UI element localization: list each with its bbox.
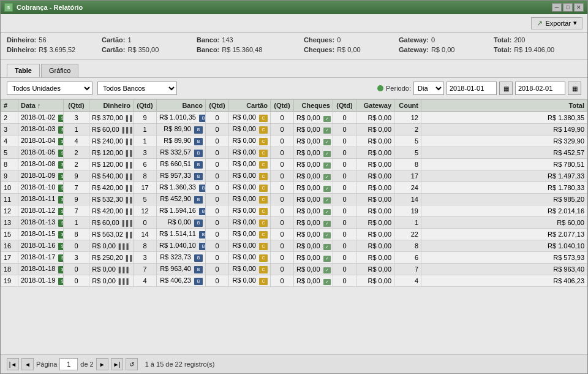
- table-row[interactable]: 16 2018-01-16 $ 0 R$ 0,00 ▌▌▌ 8 R$ 1.040…: [1, 240, 587, 252]
- data-table-header: # Data ↑ (Qtd) Dinheiro (Qtd) Banco (Qtd…: [1, 99, 587, 112]
- table-row[interactable]: 15 2018-01-15 $ 8 R$ 563,02 ▌▌▌ 14 R$ 1.…: [1, 229, 587, 240]
- cell-cartao: R$ 0,00 C: [229, 194, 271, 205]
- cell-gateway: R$ 0,00: [356, 124, 394, 135]
- table-scroll-area[interactable]: 2 2018-01-02 $ 3 R$ 370,00 ▌▌▌ 9 R$ 1.01…: [1, 112, 587, 354]
- date-to-calendar-button[interactable]: ▦: [568, 82, 581, 95]
- cell-qtd-d: 2: [64, 147, 89, 159]
- cell-cheques: R$ 0,00 ✓: [294, 275, 333, 287]
- cell-id: 9: [1, 170, 18, 182]
- cell-qtd-b: 5: [134, 194, 157, 205]
- tab-table[interactable]: Table: [7, 64, 40, 77]
- date-from-input[interactable]: [447, 82, 497, 95]
- cell-qtd-d: 8: [64, 229, 89, 240]
- cell-qtd-gw: 0: [333, 124, 356, 135]
- cell-date: 2018-01-09 $: [18, 170, 64, 182]
- cell-date: 2018-01-05 $: [18, 147, 64, 159]
- col-gateway[interactable]: Gateway: [356, 100, 394, 112]
- cell-qtd-gw: 0: [333, 205, 356, 217]
- cell-qtd-b: 8: [134, 170, 157, 182]
- table-row[interactable]: 17 2018-01-17 $ 3 R$ 250,20 ▌▌▌ 3 R$ 323…: [1, 252, 587, 264]
- bar-icon: ▌▌▌: [126, 162, 134, 168]
- col-cheques[interactable]: Cheques: [294, 100, 333, 112]
- col-count[interactable]: Count: [394, 100, 421, 112]
- next-page-button[interactable]: ►: [96, 358, 108, 370]
- period-label: Periodo:: [386, 85, 411, 92]
- export-icon: ↗: [537, 19, 543, 28]
- first-page-button[interactable]: |◄: [7, 358, 19, 370]
- cell-cheques: R$ 0,00 ✓: [294, 135, 333, 147]
- cell-qtd-ch: 0: [271, 112, 294, 124]
- bar-icon: ▌▌▌: [126, 150, 134, 156]
- table-row[interactable]: 13 2018-01-13 $ 1 R$ 60,00 ▌▌▌ 0 R$ 0,00…: [1, 217, 587, 229]
- cell-qtd-b: 12: [134, 205, 157, 217]
- cell-total: R$ 406,23: [421, 275, 587, 287]
- cartao-amount-item: Cartão: R$ 350,00: [102, 46, 197, 53]
- col-banco[interactable]: Banco: [157, 100, 206, 112]
- check-icon: ✓: [323, 256, 331, 262]
- col-data[interactable]: Data ↑: [18, 100, 64, 112]
- cell-cheques: R$ 0,00 ✓: [294, 159, 333, 170]
- period-type-select[interactable]: Dia Semana Mês Ano: [413, 82, 444, 95]
- table-row[interactable]: 4 2018-01-04 $ 4 R$ 240,00 ▌▌▌ 1 R$ 89,9…: [1, 135, 587, 147]
- cartao-count-item: Cartão: 1: [102, 36, 197, 44]
- table-row[interactable]: 9 2018-01-09 $ 9 R$ 540,00 ▌▌▌ 8 R$ 957,…: [1, 170, 587, 182]
- table-row[interactable]: 11 2018-01-11 $ 9 R$ 532,30 ▌▌▌ 5 R$ 452…: [1, 194, 587, 205]
- table-row[interactable]: 19 2018-01-19 $ 0 R$ 0,00 ▌▌▌ 4 R$ 406,2…: [1, 275, 587, 287]
- maximize-button[interactable]: □: [563, 3, 573, 12]
- export-button[interactable]: ↗ Exportar ▾: [531, 17, 582, 29]
- card-icon: C: [259, 161, 268, 169]
- page-number-input[interactable]: [59, 358, 78, 370]
- table-row[interactable]: 8 2018-01-08 $ 2 R$ 120,00 ▌▌▌ 6 R$ 660,…: [1, 159, 587, 170]
- col-cartao[interactable]: Cartão: [229, 100, 271, 112]
- money-icon: $: [58, 196, 63, 204]
- col-total[interactable]: Total: [421, 100, 587, 112]
- cell-qtd-d: 3: [64, 252, 89, 264]
- table-row[interactable]: 3 2018-01-03 $ 1 R$ 60,00 ▌▌▌ 1 R$ 89,90…: [1, 124, 587, 135]
- toolbar: ↗ Exportar ▾: [1, 14, 587, 32]
- cell-count: 6: [394, 252, 421, 264]
- last-page-button[interactable]: ►|: [111, 358, 123, 370]
- money-icon: $: [58, 278, 63, 285]
- gateway-count-label: Gateway:: [399, 36, 429, 44]
- table-row[interactable]: 12 2018-01-12 $ 7 R$ 420,00 ▌▌▌ 12 R$ 1.…: [1, 205, 587, 217]
- summary-row-2: Dinheiro: R$ 3.695,52 Cartão: R$ 350,00 …: [7, 46, 581, 53]
- cell-id: 18: [1, 264, 18, 275]
- dinheiro-amount-item: Dinheiro: R$ 3.695,52: [7, 46, 102, 53]
- unidades-select[interactable]: Todos Unidades: [7, 82, 92, 95]
- table-row[interactable]: 10 2018-01-10 $ 7 R$ 420,00 ▌▌▌ 17 R$ 1.…: [1, 182, 587, 194]
- table-container: # Data ↑ (Qtd) Dinheiro (Qtd) Banco (Qtd…: [1, 99, 587, 354]
- check-icon: ✓: [323, 116, 331, 122]
- cell-cartao: R$ 0,00 C: [229, 135, 271, 147]
- cell-qtd-ch: 0: [271, 205, 294, 217]
- cell-date: 2018-01-12 $: [18, 205, 64, 217]
- cell-qtd-d: 9: [64, 194, 89, 205]
- date-from-calendar-button[interactable]: ▦: [499, 82, 513, 95]
- cell-qtd-d: 0: [64, 264, 89, 275]
- date-to-input[interactable]: [515, 82, 565, 95]
- cell-cartao: R$ 0,00 C: [229, 229, 271, 240]
- table-row[interactable]: 5 2018-01-05 $ 2 R$ 120,00 ▌▌▌ 3 R$ 332,…: [1, 147, 587, 159]
- summary-row-1: Dinheiro: 56 Cartão: 1 Banco: 143 Cheque…: [7, 36, 581, 44]
- prev-page-button[interactable]: ◄: [21, 358, 34, 370]
- refresh-button[interactable]: ↺: [126, 358, 138, 370]
- bancos-select[interactable]: Todos Bancos: [97, 82, 177, 95]
- tab-grafico[interactable]: Gráfico: [41, 64, 78, 77]
- table-head: # Data ↑ (Qtd) Dinheiro (Qtd) Banco (Qtd…: [1, 100, 587, 112]
- cell-cheques: R$ 0,00 ✓: [294, 170, 333, 182]
- minimize-button[interactable]: ─: [552, 3, 562, 12]
- cell-qtd-ch: 0: [271, 252, 294, 264]
- cell-banco: R$ 406,23 B: [157, 275, 206, 287]
- cell-banco: R$ 1.514,11 B: [157, 229, 206, 240]
- cell-qtd-c: 0: [206, 217, 229, 229]
- window-title: Cobrança - Relatório: [17, 4, 83, 11]
- cell-cartao: R$ 0,00 C: [229, 252, 271, 264]
- col-qtd-ch: (Qtd): [271, 100, 294, 112]
- col-dinheiro[interactable]: Dinheiro: [89, 100, 134, 112]
- cell-banco: R$ 1.594,16 B: [157, 205, 206, 217]
- cell-count: 7: [394, 264, 421, 275]
- cell-dinheiro: R$ 370,00 ▌▌▌: [89, 112, 134, 124]
- close-button[interactable]: ✕: [574, 3, 584, 12]
- table-row[interactable]: 18 2018-01-18 $ 0 R$ 0,00 ▌▌▌ 7 R$ 963,4…: [1, 264, 587, 275]
- cell-qtd-ch: 0: [271, 194, 294, 205]
- table-row[interactable]: 2 2018-01-02 $ 3 R$ 370,00 ▌▌▌ 9 R$ 1.01…: [1, 112, 587, 124]
